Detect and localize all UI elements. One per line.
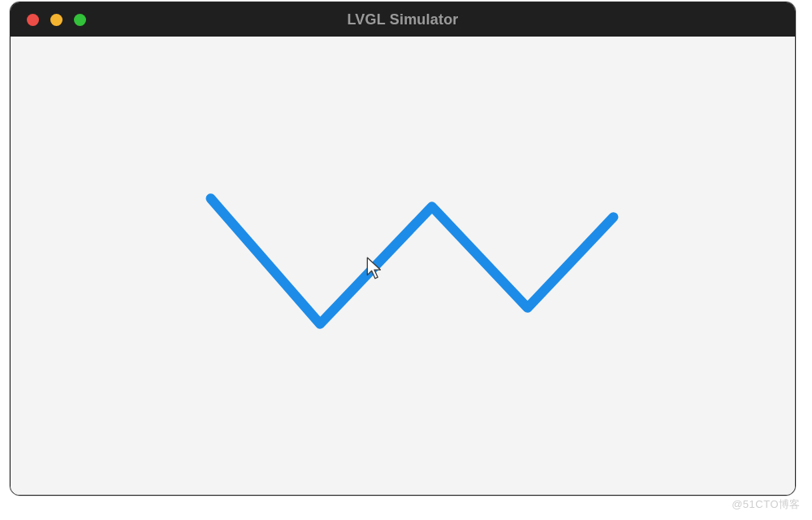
close-button[interactable]: [27, 14, 39, 26]
app-window: LVGL Simulator: [10, 2, 796, 496]
sim-canvas[interactable]: [11, 37, 795, 495]
traffic-lights: [11, 14, 86, 26]
window-title: LVGL Simulator: [347, 11, 458, 28]
polyline-graphic: [11, 37, 795, 495]
minimize-button[interactable]: [50, 14, 63, 26]
titlebar: LVGL Simulator: [11, 2, 795, 37]
zoom-button[interactable]: [74, 14, 86, 26]
watermark-text: @51CTO博客: [732, 497, 801, 512]
